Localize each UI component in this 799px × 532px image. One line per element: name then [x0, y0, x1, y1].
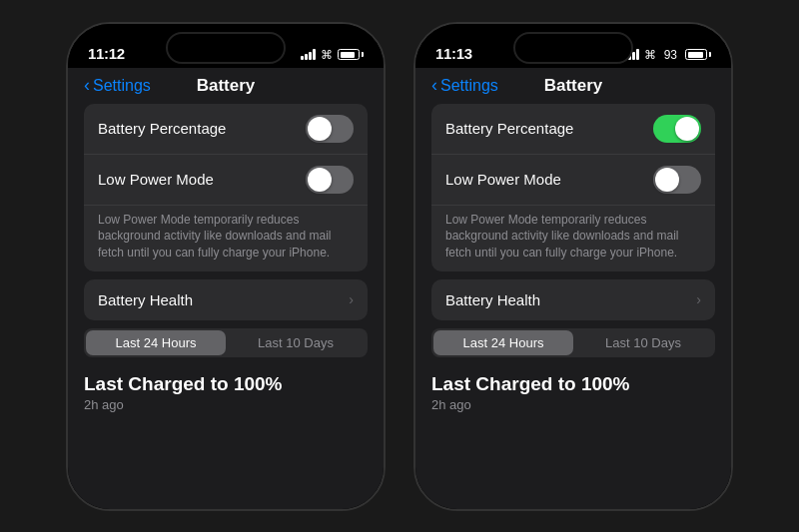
- charge-info-right: Last Charged to 100% 2h ago: [415, 365, 731, 412]
- status-icons-right: ⌘ 93: [624, 48, 711, 62]
- dynamic-island-right: [513, 32, 633, 64]
- screen-left: ‹ Settings Battery Battery Percentage Lo…: [68, 68, 384, 509]
- segment-10d-right[interactable]: Last 10 Days: [573, 330, 713, 355]
- segment-24h-left[interactable]: Last 24 Hours: [86, 330, 226, 355]
- battery-percentage-label-right: Battery Percentage: [445, 120, 573, 137]
- chevron-left-icon-right: ‹: [431, 75, 437, 96]
- dynamic-island: [166, 32, 286, 64]
- screen-right: ‹ Settings Battery Battery Percentage Lo…: [415, 68, 731, 509]
- status-time-right: 11:13: [435, 45, 472, 62]
- phone-right: 11:13 ⌘ 93 ‹ Settings Battery: [413, 22, 733, 511]
- time-segment-group-left: Last 24 Hours Last 10 Days: [84, 328, 368, 357]
- low-power-row-right[interactable]: Low Power Mode: [431, 155, 715, 206]
- battery-health-row-right[interactable]: Battery Health ›: [431, 279, 715, 320]
- segment-10d-left[interactable]: Last 10 Days: [226, 330, 366, 355]
- settings-group-toggles-left: Battery Percentage Low Power Mode Low Po…: [84, 104, 368, 271]
- battery-health-chevron-left: ›: [349, 291, 354, 307]
- status-bar-left: 11:12 ⌘: [68, 24, 384, 68]
- nav-title-right: Battery: [544, 76, 603, 96]
- low-power-row-left[interactable]: Low Power Mode: [84, 155, 368, 206]
- back-button-left[interactable]: ‹ Settings: [84, 75, 151, 96]
- battery-percentage-label-left: Battery Percentage: [98, 120, 226, 137]
- battery-percentage-row-right[interactable]: Battery Percentage: [431, 104, 715, 155]
- nav-title-left: Battery: [197, 76, 256, 96]
- charge-subtitle-left: 2h ago: [84, 397, 368, 412]
- chevron-left-icon: ‹: [84, 75, 90, 96]
- signal-icon: [301, 49, 316, 60]
- battery-icon-right: [685, 49, 711, 60]
- segment-24h-right[interactable]: Last 24 Hours: [433, 330, 573, 355]
- status-icons-left: ⌘: [301, 48, 364, 62]
- low-power-label-right: Low Power Mode: [445, 171, 561, 188]
- battery-health-label-left: Battery Health: [98, 291, 193, 308]
- phone-left: 11:12 ⌘ ‹ Settings Battery: [66, 22, 386, 511]
- settings-list-left: Battery Percentage Low Power Mode Low Po…: [68, 104, 384, 328]
- low-power-toggle-right[interactable]: [653, 166, 701, 194]
- charge-title-left: Last Charged to 100%: [84, 373, 368, 395]
- back-label-right: Settings: [440, 77, 498, 95]
- low-power-helper-right: Low Power Mode temporarily reduces backg…: [431, 206, 715, 271]
- wifi-icon: ⌘: [321, 48, 333, 62]
- battery-health-group-right: Battery Health ›: [431, 279, 715, 320]
- battery-health-label-right: Battery Health: [445, 291, 540, 308]
- battery-percentage-row-left[interactable]: Battery Percentage: [84, 104, 368, 155]
- nav-bar-right: ‹ Settings Battery: [415, 68, 731, 104]
- back-label-left: Settings: [93, 77, 151, 95]
- charge-title-right: Last Charged to 100%: [431, 373, 715, 395]
- battery-health-row-left[interactable]: Battery Health ›: [84, 279, 368, 320]
- time-segment-group-right: Last 24 Hours Last 10 Days: [431, 328, 715, 357]
- charge-subtitle-right: 2h ago: [431, 397, 715, 412]
- status-time-left: 11:12: [88, 45, 125, 62]
- battery-percentage-badge-right: 93: [661, 48, 680, 62]
- back-button-right[interactable]: ‹ Settings: [431, 75, 498, 96]
- low-power-helper-left: Low Power Mode temporarily reduces backg…: [84, 206, 368, 271]
- battery-health-group-left: Battery Health ›: [84, 279, 368, 320]
- nav-bar-left: ‹ Settings Battery: [68, 68, 384, 104]
- battery-percentage-toggle-right[interactable]: [653, 115, 701, 143]
- battery-icon: [338, 49, 364, 60]
- status-bar-right: 11:13 ⌘ 93: [415, 24, 731, 68]
- battery-percentage-toggle-left[interactable]: [306, 115, 354, 143]
- low-power-label-left: Low Power Mode: [98, 171, 214, 188]
- charge-info-left: Last Charged to 100% 2h ago: [68, 365, 384, 412]
- wifi-icon-right: ⌘: [644, 48, 656, 62]
- low-power-toggle-left[interactable]: [306, 166, 354, 194]
- settings-list-right: Battery Percentage Low Power Mode Low Po…: [415, 104, 731, 328]
- settings-group-toggles-right: Battery Percentage Low Power Mode Low Po…: [431, 104, 715, 271]
- battery-health-chevron-right: ›: [696, 291, 701, 307]
